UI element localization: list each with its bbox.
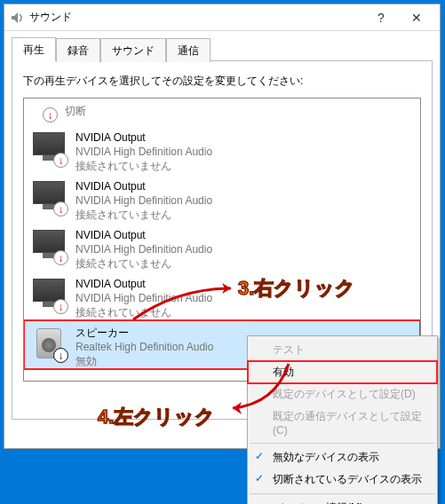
tab-recording[interactable]: 録音: [56, 38, 100, 62]
device-text: スピーカー Realtek High Definition Audio 無効: [75, 326, 213, 369]
tab-sounds[interactable]: サウンド: [100, 38, 166, 62]
device-driver: NVIDIA High Definition Audio: [75, 145, 212, 159]
monitor-icon: ↓: [31, 277, 67, 312]
device-text: NVIDIA Output NVIDIA High Definition Aud…: [75, 179, 212, 223]
device-status: 無効: [75, 354, 213, 368]
device-text: 切断: [65, 104, 86, 118]
context-menu: テスト 有効 既定のデバイスとして設定(D) 既定の通信デバイスとして設定(C)…: [247, 335, 438, 504]
menu-separator: [250, 443, 435, 444]
device-text: NVIDIA Output NVIDIA High Definition Aud…: [75, 277, 212, 320]
device-row[interactable]: ↓ NVIDIA Output NVIDIA High Definition A…: [24, 272, 420, 320]
down-arrow-icon: ↓: [53, 250, 68, 265]
menu-separator: [250, 493, 435, 494]
device-name: NVIDIA Output: [75, 277, 212, 291]
tab-communications[interactable]: 通信: [166, 38, 211, 62]
instruction-text: 下の再生デバイスを選択してその設定を変更してください:: [23, 74, 421, 89]
menu-set-default[interactable]: 既定のデバイスとして設定(D): [248, 383, 437, 406]
help-button[interactable]: ?: [363, 5, 399, 30]
device-row[interactable]: ↓ NVIDIA Output NVIDIA High Definition A…: [24, 125, 420, 174]
device-status: 接続されていません: [75, 208, 212, 222]
device-name: スピーカー: [75, 326, 213, 340]
device-status: 接続されていません: [75, 159, 212, 173]
device-status: 接続されていません: [75, 305, 212, 319]
device-text: NVIDIA Output NVIDIA High Definition Aud…: [75, 228, 212, 272]
device-status: 接続されていません: [75, 256, 212, 271]
down-arrow-icon: ↓: [53, 299, 68, 314]
device-row[interactable]: ↓ NVIDIA Output NVIDIA High Definition A…: [24, 223, 420, 272]
device-driver: NVIDIA High Definition Audio: [75, 242, 212, 256]
menu-show-disconnected[interactable]: 切断されているデバイスの表示: [248, 469, 437, 491]
annotation-right-click: 3.右クリック: [238, 275, 355, 302]
device-driver: NVIDIA High Definition Audio: [75, 291, 212, 305]
annotation-left-click: 4.左クリック: [98, 404, 215, 430]
device-status: 切断: [65, 104, 86, 118]
monitor-icon: ↓: [31, 228, 67, 264]
device-driver: NVIDIA High Definition Audio: [75, 193, 212, 208]
device-icon: ↓: [31, 104, 56, 125]
device-text: NVIDIA Output NVIDIA High Definition Aud…: [75, 130, 212, 174]
device-name: NVIDIA Output: [75, 179, 212, 193]
tab-playback[interactable]: 再生: [12, 37, 56, 61]
menu-enable[interactable]: 有効: [248, 361, 437, 383]
down-arrow-icon: ↓: [53, 348, 68, 363]
device-driver: Realtek High Definition Audio: [75, 340, 213, 354]
monitor-icon: ↓: [31, 179, 67, 215]
monitor-icon: ↓: [31, 130, 67, 166]
close-button[interactable]: ✕: [399, 5, 434, 30]
device-row[interactable]: ↓ NVIDIA Output NVIDIA High Definition A…: [24, 174, 420, 223]
speaker-app-icon: [10, 11, 24, 25]
speaker-icon: ↓: [31, 326, 67, 361]
device-name: NVIDIA Output: [75, 228, 212, 242]
down-arrow-icon: ↓: [53, 201, 68, 217]
down-arrow-icon: ↓: [53, 153, 68, 168]
window-title: サウンド: [29, 10, 363, 25]
device-row[interactable]: ↓ 切断: [24, 98, 420, 125]
down-arrow-icon: ↓: [43, 107, 58, 122]
titlebar: サウンド ? ✕: [4, 4, 440, 31]
menu-test[interactable]: テスト: [248, 339, 437, 361]
device-name: NVIDIA Output: [75, 130, 212, 145]
menu-show-disabled[interactable]: 無効なデバイスの表示: [248, 446, 437, 469]
menu-version[interactable]: バージョン情報(M): [248, 497, 437, 504]
menu-set-default-comm[interactable]: 既定の通信デバイスとして設定(C): [248, 406, 437, 440]
tab-strip: 再生 録音 サウンド 通信: [4, 31, 440, 60]
